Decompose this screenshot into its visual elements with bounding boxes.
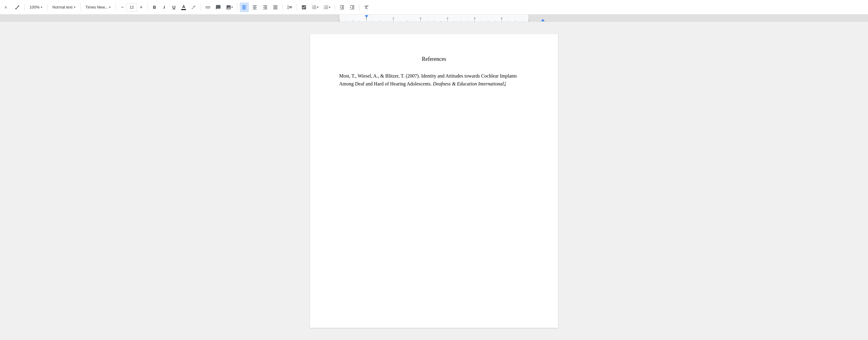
bold-label: B — [153, 5, 156, 10]
svg-text:A: A — [5, 5, 7, 9]
decrease-font-button[interactable]: − — [118, 3, 126, 11]
bold-button[interactable]: B — [150, 2, 159, 12]
underline-label: U — [172, 5, 175, 10]
text-cursor — [505, 82, 505, 86]
separator-1 — [24, 4, 25, 11]
bullet-list-button[interactable]: ▾ — [310, 2, 320, 12]
separator-10 — [335, 4, 335, 11]
align-right-button[interactable] — [260, 2, 270, 12]
increase-font-button[interactable]: + — [137, 3, 145, 11]
image-button[interactable]: ▾ — [224, 2, 235, 12]
image-chevron-icon: ▾ — [231, 5, 233, 9]
ruler-tab-left[interactable] — [365, 15, 368, 18]
font-label: Times New... — [85, 5, 108, 9]
highlight-color-button[interactable] — [189, 2, 198, 12]
text-color-bar — [181, 9, 186, 10]
separator-3 — [80, 4, 81, 11]
font-family-dropdown[interactable]: Times New... ▾ — [83, 2, 113, 12]
separator-4 — [116, 4, 116, 11]
italic-button[interactable]: I — [160, 2, 168, 12]
checklist-button[interactable] — [299, 2, 308, 12]
numbered-list-chevron-icon: ▾ — [329, 5, 330, 9]
text-color-indicator: A — [181, 5, 186, 10]
separator-9 — [297, 4, 297, 11]
align-justify-button[interactable] — [271, 2, 280, 12]
clear-formatting-button[interactable] — [362, 2, 371, 12]
styles-icon-button[interactable]: A — [2, 2, 11, 12]
document-page[interactable]: References Most, T., Wiesel, A., & Blitz… — [310, 34, 558, 328]
line-spacing-button[interactable] — [285, 2, 294, 12]
separator-6 — [200, 4, 201, 11]
document-paragraph[interactable]: Most, T., Wiesel, A., & Blitzer, T. (200… — [339, 72, 529, 88]
align-center-button[interactable] — [250, 2, 259, 12]
ruler — [0, 15, 868, 22]
italic-label: I — [163, 5, 165, 10]
underline-button[interactable]: U — [169, 2, 178, 12]
comment-button[interactable] — [214, 2, 223, 12]
content-area[interactable]: References Most, T., Wiesel, A., & Blitz… — [0, 22, 868, 340]
bullet-list-chevron-icon: ▾ — [317, 5, 318, 9]
ruler-tab-right[interactable] — [541, 19, 545, 21]
zoom-dropdown[interactable]: 100% ▾ — [27, 2, 45, 12]
font-size-input[interactable] — [126, 3, 137, 11]
style-chevron-icon: ▾ — [74, 5, 75, 9]
font-size-group: − + — [118, 3, 145, 11]
decrease-indent-button[interactable] — [337, 2, 346, 12]
paragraph-text-italic: Deafness & Education International, — [433, 81, 505, 86]
document-heading: References — [339, 56, 529, 62]
style-dropdown[interactable]: Normal text ▾ — [50, 2, 78, 12]
align-left-button[interactable] — [240, 2, 249, 12]
style-label: Normal text — [52, 5, 72, 9]
toolbar: A 100% ▾ Normal text ▾ Times New... ▾ − … — [0, 0, 868, 15]
numbered-list-button[interactable]: ▾ — [321, 2, 332, 12]
zoom-value: 100% — [29, 5, 39, 9]
format-paint-button[interactable] — [13, 2, 22, 12]
link-button[interactable] — [203, 2, 212, 12]
separator-2 — [47, 4, 48, 11]
separator-8 — [282, 4, 283, 11]
increase-indent-button[interactable] — [348, 2, 357, 12]
zoom-chevron-icon: ▾ — [41, 5, 42, 9]
separator-5 — [147, 4, 148, 11]
ruler-canvas — [0, 15, 868, 22]
separator-11 — [359, 4, 360, 11]
text-color-button[interactable]: A — [179, 2, 188, 12]
font-chevron-icon: ▾ — [109, 5, 111, 9]
